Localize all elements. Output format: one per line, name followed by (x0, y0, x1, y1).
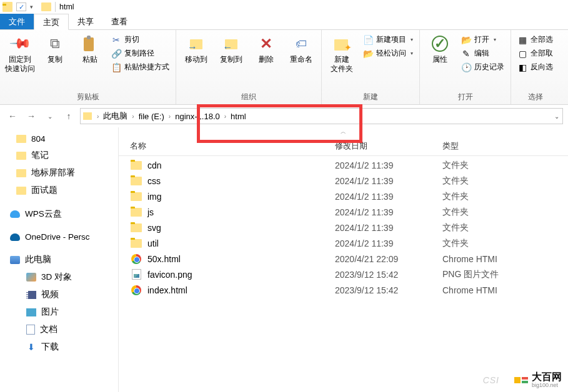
chevron-up-icon[interactable]: ︿ (119, 127, 568, 137)
sidebar-item-thispc[interactable]: 此电脑 (0, 251, 118, 268)
new-item-button[interactable]: 📄新建项目▾ (361, 33, 416, 46)
pin-quickaccess-button[interactable]: 📌 固定到 快速访问 (4, 32, 36, 91)
cut-button[interactable]: ✂剪切 (109, 33, 172, 46)
invert-selection-icon: ◧ (517, 62, 527, 72)
paste-icon (81, 34, 99, 53)
copy-icon: ⧉ (46, 34, 64, 53)
paste-shortcut-icon: 📋 (111, 62, 121, 72)
sidebar-item-onedrive[interactable]: OneDrive - Persc (0, 229, 118, 245)
file-row[interactable]: img2024/1/2 11:39文件夹 (119, 189, 568, 204)
file-name: favicon.png (147, 270, 335, 280)
move-to-button[interactable]: → 移动到 (180, 32, 212, 91)
file-row[interactable]: index.html2023/9/12 15:42Chrome HTMI (119, 282, 568, 298)
rename-icon: 🏷 (292, 34, 311, 53)
group-label-new: 新建 (326, 91, 416, 104)
folder-icon (130, 207, 142, 218)
column-date[interactable]: 修改日期 (335, 140, 442, 152)
folder-icon (130, 222, 142, 233)
chevron-down-icon: ▾ (411, 51, 413, 56)
invert-selection-button[interactable]: ◧反向选 (515, 61, 556, 74)
sidebar-item-documents[interactable]: 文档 (0, 321, 118, 338)
select-none-button[interactable]: ▢全部取 (515, 47, 556, 60)
sidebar-item-quick[interactable]: 804 (0, 131, 118, 147)
file-row[interactable]: css2024/1/2 11:39文件夹 (119, 173, 568, 189)
file-date: 2024/1/2 11:39 (335, 192, 442, 202)
column-type[interactable]: 类型 (442, 140, 568, 152)
easy-access-button[interactable]: 📂轻松访问▾ (361, 47, 416, 60)
address-bar[interactable]: › 此电脑 › file (E:) › nginx-1.18.0 › html … (80, 108, 563, 124)
sidebar: 804 笔记 地标屏部署 面试题 WPS云盘 OneDrive - Persc … (0, 127, 119, 392)
file-name: 50x.html (147, 254, 335, 264)
chrome-icon (130, 253, 142, 265)
nav-recent-button[interactable]: ⌄ (42, 109, 57, 124)
breadcrumb-segment[interactable]: 此电脑 (101, 109, 129, 123)
address-dropdown-icon[interactable]: ⌄ (551, 113, 562, 120)
copy-path-button[interactable]: 🔗复制路径 (109, 47, 172, 60)
file-list: ︿ 名称 修改日期 类型 cdn2024/1/2 11:39文件夹css2024… (119, 127, 568, 392)
move-to-icon: → (187, 34, 206, 53)
videos-icon (26, 291, 36, 299)
properties-button[interactable]: ✓ 属性 (424, 32, 456, 91)
sidebar-item-quick[interactable]: 面试题 (0, 182, 118, 199)
tab-file[interactable]: 文件 (0, 14, 34, 29)
file-type: Chrome HTMI (442, 285, 497, 295)
paste-shortcut-button[interactable]: 📋粘贴快捷方式 (109, 61, 172, 74)
breadcrumb-segment[interactable]: html (229, 110, 248, 122)
copy-button[interactable]: ⧉ 复制 (39, 32, 71, 91)
column-headers: 名称 修改日期 类型 (119, 137, 568, 156)
new-item-icon: 📄 (363, 35, 373, 45)
sidebar-item-downloads[interactable]: ⬇下载 (0, 338, 118, 356)
sidebar-item-pictures[interactable]: 图片 (0, 303, 118, 321)
file-row[interactable]: cdn2024/1/2 11:39文件夹 (119, 157, 568, 173)
history-button[interactable]: 🕑历史记录 (459, 61, 507, 74)
copy-to-button[interactable]: → 复制到 (215, 32, 247, 91)
chevron-right-icon[interactable]: › (222, 113, 229, 120)
quickaccess-save-icon[interactable]: ✓ (16, 2, 26, 11)
ribbon-group-select: ▦全部选 ▢全部取 ◧反向选 选择 (511, 30, 559, 104)
pictures-icon (26, 308, 36, 316)
nav-forward-button[interactable]: → (24, 109, 39, 124)
watermark-csdn: CSI (483, 375, 499, 385)
chevron-right-icon[interactable]: › (166, 113, 173, 120)
paste-button[interactable]: 粘贴 (74, 32, 106, 91)
file-type: 文件夹 (442, 238, 469, 249)
properties-icon: ✓ (431, 34, 449, 53)
file-name: svg (147, 223, 335, 233)
select-all-button[interactable]: ▦全部选 (515, 33, 556, 46)
tab-share[interactable]: 共享 (69, 14, 102, 29)
file-date: 2024/1/2 11:39 (335, 207, 442, 217)
breadcrumb-segment[interactable]: nginx-1.18.0 (173, 110, 222, 122)
sidebar-item-quick[interactable]: 笔记 (0, 147, 118, 164)
main-area: 804 笔记 地标屏部署 面试题 WPS云盘 OneDrive - Persc … (0, 127, 568, 392)
file-type: 文件夹 (442, 160, 469, 171)
chevron-right-icon[interactable]: › (129, 113, 136, 120)
file-date: 2023/9/12 15:42 (335, 285, 442, 295)
ribbon-tabs: 文件 主页 共享 查看 (0, 14, 568, 30)
file-row[interactable]: svg2024/1/2 11:39文件夹 (119, 220, 568, 235)
tab-view[interactable]: 查看 (102, 14, 136, 29)
file-type: PNG 图片文件 (442, 269, 499, 280)
column-name[interactable]: 名称 (130, 140, 335, 152)
chevron-right-icon[interactable]: › (94, 113, 101, 120)
sidebar-item-wps[interactable]: WPS云盘 (0, 205, 118, 223)
file-row[interactable]: js2024/1/2 11:39文件夹 (119, 204, 568, 220)
cloud-icon (10, 210, 20, 218)
delete-button[interactable]: ✕ 删除 (250, 32, 282, 91)
file-date: 2024/1/2 11:39 (335, 160, 442, 170)
nav-back-button[interactable]: ← (5, 109, 20, 124)
sidebar-item-videos[interactable]: 视频 (0, 286, 118, 303)
sidebar-item-3d[interactable]: 3D 对象 (0, 268, 118, 286)
new-folder-button[interactable]: ✦ 新建 文件夹 (326, 32, 358, 91)
open-button[interactable]: 📂打开▾ (459, 33, 507, 46)
quickaccess-dropdown-icon[interactable]: ▾ (30, 4, 37, 10)
tab-home[interactable]: 主页 (34, 14, 69, 30)
rename-button[interactable]: 🏷 重命名 (285, 32, 317, 91)
edit-button[interactable]: ✎编辑 (459, 47, 507, 60)
file-row[interactable]: favicon.png2023/9/12 15:42PNG 图片文件 (119, 267, 568, 282)
file-row[interactable]: 50x.html2020/4/21 22:09Chrome HTMI (119, 251, 568, 267)
nav-up-button[interactable]: ↑ (61, 109, 76, 124)
file-date: 2024/1/2 11:39 (335, 223, 442, 233)
file-row[interactable]: util2024/1/2 11:39文件夹 (119, 235, 568, 251)
breadcrumb-segment[interactable]: file (E:) (137, 110, 166, 122)
sidebar-item-quick[interactable]: 地标屏部署 (0, 164, 118, 182)
